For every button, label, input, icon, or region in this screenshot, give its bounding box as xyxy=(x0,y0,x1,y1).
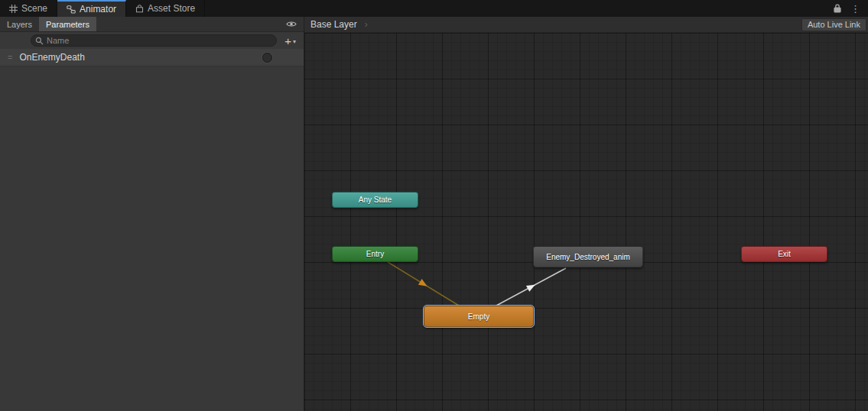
tabs-spacer xyxy=(96,17,286,31)
chevron-down-icon: ▾ xyxy=(293,39,296,45)
trigger-radio[interactable] xyxy=(262,53,272,63)
tab-label: Animator xyxy=(80,4,116,15)
state-node-any-state[interactable]: Any State xyxy=(332,192,418,208)
transition-empty-to-enemy-destroyed-anim[interactable] xyxy=(496,268,566,306)
parameter-search-row: + ▾ xyxy=(0,32,304,49)
parameter-name: OnEnemyDeath xyxy=(19,52,84,63)
scene-grid-icon xyxy=(9,5,18,13)
search-icon xyxy=(35,37,44,45)
transitions-layer xyxy=(304,33,868,411)
breadcrumb-chevron-icon: › xyxy=(365,19,368,30)
transition-arrow-icon xyxy=(418,279,429,289)
graph-toolbar: Base Layer › Auto Live Link xyxy=(304,17,868,33)
animator-graph: Base Layer › Auto Live Link Any StateEnt… xyxy=(304,17,868,411)
add-parameter-button[interactable]: + ▾ xyxy=(281,35,304,47)
tab-parameters[interactable]: Parameters xyxy=(39,17,96,31)
graph-canvas[interactable]: Any StateEntryEnemy_Destroyed_animExitEm… xyxy=(304,33,868,411)
tab-label: Asset Store xyxy=(148,3,195,14)
state-node-entry[interactable]: Entry xyxy=(332,246,418,262)
state-node-exit[interactable]: Exit xyxy=(741,246,827,262)
animator-icon xyxy=(67,5,76,14)
breadcrumb-base-layer[interactable]: Base Layer xyxy=(310,19,357,30)
transition-arrow-icon xyxy=(526,282,537,292)
state-node-enemy-destroyed-anim[interactable]: Enemy_Destroyed_anim xyxy=(533,246,643,267)
search-input[interactable] xyxy=(31,34,277,47)
auto-live-link-button[interactable]: Auto Live Link xyxy=(801,18,866,31)
eye-toggle[interactable] xyxy=(286,17,304,31)
kebab-menu-icon[interactable]: ⋮ xyxy=(850,3,860,15)
tab-asset-store[interactable]: Asset Store xyxy=(126,0,205,17)
side-panel-tabs: Layers Parameters xyxy=(0,17,304,32)
animator-side-panel: Layers Parameters xyxy=(0,17,304,411)
eye-icon xyxy=(286,21,297,28)
state-node-empty[interactable]: Empty xyxy=(424,306,534,327)
window-tabbar: Scene Animator Asset Store ⋮ xyxy=(0,0,868,17)
tab-label: Scene xyxy=(21,3,47,14)
transition-entry-to-empty[interactable] xyxy=(388,262,459,306)
tabbar-spacer xyxy=(205,0,834,17)
tab-scene[interactable]: Scene xyxy=(0,0,57,17)
parameter-row[interactable]: = OnEnemyDeath xyxy=(0,49,304,66)
tab-layers[interactable]: Layers xyxy=(0,17,39,31)
asset-store-icon xyxy=(135,5,144,13)
lock-icon[interactable] xyxy=(834,4,841,13)
drag-handle-icon[interactable]: = xyxy=(8,53,12,62)
tab-animator[interactable]: Animator xyxy=(57,0,126,17)
parameter-list-empty-area xyxy=(0,66,304,411)
